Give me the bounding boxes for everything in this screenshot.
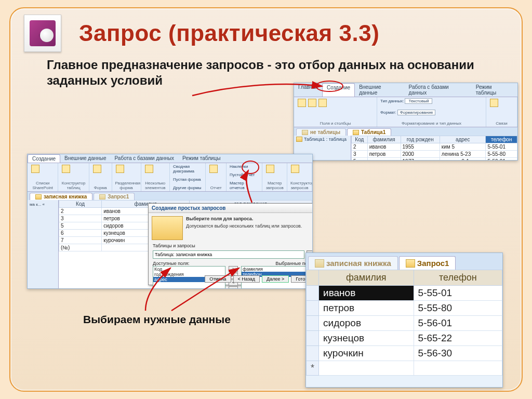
ribbon-tabs: Главная Создание Внешние данные Работа с… bbox=[294, 83, 517, 97]
cancel-button[interactable]: Отмена bbox=[205, 275, 231, 283]
col-header[interactable]: фамилия bbox=[319, 270, 414, 286]
query-result-table: фамилия телефон иванов5-55-01 петров5-55… bbox=[306, 270, 502, 376]
table-icon bbox=[353, 130, 359, 135]
table-icon bbox=[315, 259, 324, 268]
screenshot-ribbon-table: Главная Создание Внешние данные Работа с… bbox=[294, 83, 518, 161]
ribbon-tab[interactable]: Главная bbox=[294, 83, 322, 97]
ribbon-btn[interactable]: Отчет bbox=[209, 185, 223, 190]
screenshot-query-result: записная книжка Запрос1 фамилия телефон … bbox=[305, 252, 503, 388]
wizard-instruction: Выберите поля для запроса. bbox=[186, 216, 313, 221]
data-table: Код фамилия год рожден адрес телефон 2ив… bbox=[351, 136, 517, 161]
ribbon-tab[interactable]: Работа с базами данных bbox=[111, 154, 179, 163]
col-header[interactable]: год рожден bbox=[401, 136, 440, 143]
cell[interactable]: курочкин bbox=[319, 346, 414, 361]
ribbon-btn[interactable]: Списки SharePoint bbox=[31, 181, 55, 190]
query-icon bbox=[406, 259, 415, 268]
ribbon-btn[interactable]: Разделенная форма bbox=[115, 181, 138, 190]
col-header[interactable]: Код bbox=[59, 201, 102, 208]
ribbon-label: Формат: bbox=[380, 110, 396, 115]
cell[interactable]: петров bbox=[319, 301, 414, 316]
table-icon bbox=[296, 137, 302, 142]
ribbon-btn[interactable]: Сводная диаграмма bbox=[173, 164, 202, 174]
cell[interactable]: 5-56-30 bbox=[414, 346, 502, 361]
ribbon-btn[interactable]: Форма bbox=[92, 185, 109, 190]
cell[interactable]: иванов bbox=[319, 286, 414, 301]
row-selector-header bbox=[307, 270, 319, 286]
ribbon-btn-query-wizard[interactable]: Мастер запросов bbox=[265, 181, 284, 190]
screenshot-query-wizard: Создание Внешние данные Работа с базами … bbox=[27, 154, 313, 289]
ribbon-btn[interactable]: Другие формы bbox=[173, 185, 202, 190]
table-icon bbox=[302, 130, 308, 135]
object-tab[interactable]: не таблицы bbox=[296, 128, 346, 136]
nav-pane: ма к... « bbox=[28, 200, 59, 289]
tables-combo[interactable] bbox=[153, 250, 304, 259]
object-tab[interactable]: Запрос1 bbox=[399, 256, 456, 270]
col-header[interactable]: телефон bbox=[414, 270, 502, 286]
ribbon-tab[interactable]: Режим таблицы bbox=[178, 154, 224, 163]
object-tab[interactable]: записная книжка bbox=[308, 256, 398, 270]
back-button[interactable]: < Назад bbox=[233, 275, 260, 283]
ribbon-combo[interactable]: Текстовый bbox=[405, 98, 432, 104]
ribbon-tab[interactable]: Работа с базами данных bbox=[405, 83, 472, 97]
ribbon-combo[interactable]: Форматирование bbox=[397, 110, 436, 115]
ribbon-group-label: Поля и столбцы bbox=[297, 121, 374, 126]
cell[interactable]: сидоров bbox=[319, 316, 414, 331]
ribbon-group-label: Связи bbox=[489, 121, 514, 126]
object-tab[interactable]: Запрос1 bbox=[94, 193, 135, 200]
cell[interactable]: 5-55-01 bbox=[414, 286, 502, 301]
ribbon-body: Поля и столбцы Тип данных: Текстовый Фор… bbox=[294, 97, 517, 127]
ribbon-btn[interactable]: Несколько элементов bbox=[144, 181, 167, 190]
ribbon-btn[interactable]: Пустая форма bbox=[173, 177, 202, 182]
ribbon-group-label: Форматирование и тип данных bbox=[380, 121, 483, 126]
cell[interactable] bbox=[319, 361, 414, 376]
ribbon-btn[interactable]: Мастер отчетов bbox=[230, 181, 259, 190]
col-header[interactable]: Код bbox=[352, 136, 368, 143]
slide-title: Запрос (практическая 3.3) bbox=[79, 20, 379, 46]
wizard-title: Создание простых запросов bbox=[149, 204, 313, 213]
ribbon-tab[interactable]: Режим таблицы bbox=[472, 83, 517, 97]
ribbon-btn[interactable]: Наклейки bbox=[230, 164, 259, 169]
ribbon-label: Тип данных: bbox=[380, 99, 404, 103]
ribbon-tab[interactable]: Внешние данные bbox=[355, 83, 404, 97]
ribbon-btn[interactable]: Конструктор таблиц bbox=[61, 181, 85, 190]
cell[interactable]: 5-65-22 bbox=[414, 331, 502, 346]
cell[interactable]: кузнецов bbox=[319, 331, 414, 346]
cell[interactable]: 5-55-80 bbox=[414, 301, 502, 316]
query-icon bbox=[99, 194, 105, 200]
col-header[interactable]: адрес bbox=[440, 136, 486, 143]
available-fields-label: Доступные поля: bbox=[153, 261, 190, 266]
cell[interactable] bbox=[414, 361, 502, 376]
caption-select-fields: Выбираем нужные данные bbox=[83, 313, 231, 326]
col-header[interactable]: фамилия bbox=[367, 136, 401, 143]
wizard-combo-label: Таблицы и запросы bbox=[149, 243, 313, 248]
ribbon-btn[interactable]: Пустой отчет bbox=[230, 172, 259, 177]
wizard-icon bbox=[152, 216, 183, 240]
cell[interactable]: 5-56-01 bbox=[414, 316, 502, 331]
object-tab[interactable]: записная книжка bbox=[30, 193, 92, 200]
next-button[interactable]: Далее > bbox=[262, 275, 289, 283]
table-icon bbox=[35, 194, 42, 200]
ribbon-tab[interactable]: Внешние данные bbox=[60, 154, 110, 163]
ribbon-tab-active[interactable]: Создание bbox=[28, 154, 60, 163]
object-tab[interactable]: Таблица1 bbox=[347, 128, 391, 136]
ribbon-btn[interactable]: Конструктор запросов bbox=[290, 181, 309, 190]
wizard-instruction-sub: Допускается выбор нескольких таблиц или … bbox=[186, 223, 302, 229]
access-icon bbox=[24, 15, 61, 52]
ribbon-tab-active[interactable]: Создание bbox=[322, 83, 355, 97]
query-wizard-dialog: Создание простых запросов Выберите поля … bbox=[148, 203, 313, 285]
new-row-icon[interactable]: * bbox=[307, 361, 319, 376]
move-right-button[interactable]: > bbox=[229, 266, 238, 272]
col-header[interactable]: телефон bbox=[486, 136, 517, 143]
